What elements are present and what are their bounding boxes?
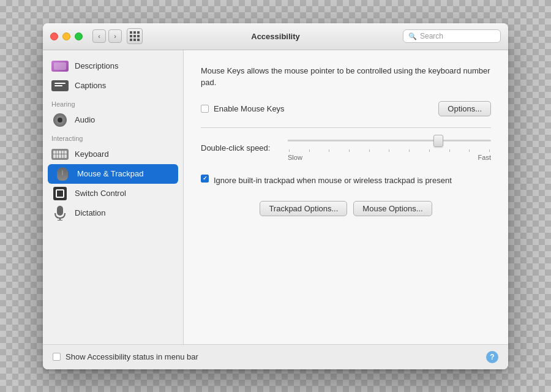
- show-accessibility-checkbox[interactable]: [53, 353, 61, 361]
- enable-mouse-keys-row: Enable Mouse Keys Options...: [201, 101, 491, 116]
- sidebar-label-dictation: Dictation: [75, 208, 106, 217]
- sidebar-label-mouse-trackpad: Mouse & Trackpad: [77, 169, 143, 178]
- back-button[interactable]: ‹: [92, 29, 106, 43]
- apps-grid-button[interactable]: [127, 28, 143, 44]
- enable-mouse-keys-checkbox[interactable]: [201, 105, 209, 113]
- sidebar-section-interacting: Interacting: [43, 130, 183, 145]
- search-box[interactable]: 🔍 Search: [403, 29, 501, 43]
- traffic-lights: [50, 32, 83, 40]
- descriptions-icon: [51, 60, 69, 72]
- bottom-bar: Show Accessibility status in menu bar ?: [43, 344, 508, 369]
- slider-line: [288, 140, 491, 141]
- forward-button[interactable]: ›: [108, 29, 122, 43]
- main-content: Descriptions Captions Hearing: [43, 50, 508, 344]
- main-description: Mouse Keys allows the mouse pointer to b…: [201, 65, 491, 89]
- ignore-trackpad-checkbox[interactable]: [201, 175, 209, 183]
- search-input[interactable]: Search: [420, 32, 495, 40]
- sidebar-label-audio: Audio: [75, 115, 95, 124]
- back-icon: ‹: [98, 32, 100, 40]
- apps-grid-icon: [130, 31, 140, 41]
- mouse-options-button[interactable]: Mouse Options...: [353, 201, 432, 216]
- sidebar-item-captions[interactable]: Captions: [43, 76, 183, 96]
- slider-fill: [288, 140, 440, 141]
- options-button[interactable]: Options...: [438, 101, 491, 116]
- sidebar-label-switch-control: Switch Control: [75, 189, 126, 198]
- double-click-speed-label: Double-click speed:: [201, 143, 280, 153]
- window-title: Accessibility: [251, 32, 300, 41]
- sidebar-item-descriptions[interactable]: Descriptions: [43, 56, 183, 76]
- captions-icon: [51, 80, 69, 92]
- sidebar-item-mouse-trackpad[interactable]: Mouse & Trackpad: [48, 164, 178, 184]
- sidebar-item-keyboard[interactable]: Keyboard: [43, 145, 183, 164]
- titlebar-nav: ‹ ›: [92, 28, 143, 44]
- double-click-speed-row: Double-click speed: Slow: [201, 135, 491, 161]
- minimize-button[interactable]: [62, 32, 70, 40]
- close-button[interactable]: [50, 32, 58, 40]
- help-button[interactable]: ?: [486, 351, 498, 363]
- search-icon: 🔍: [408, 32, 417, 40]
- keyboard-icon: [51, 148, 69, 160]
- bottom-buttons: Trackpad Options... Mouse Options...: [201, 201, 491, 216]
- sidebar-item-switch-control[interactable]: Switch Control: [43, 184, 183, 203]
- show-accessibility-label: Show Accessibility status in menu bar: [66, 352, 198, 361]
- sidebar-section-hearing: Hearing: [43, 96, 183, 110]
- slider-slow-label: Slow: [288, 154, 302, 161]
- double-click-speed-slider[interactable]: [288, 135, 491, 146]
- sidebar-item-dictation[interactable]: Dictation: [43, 203, 183, 223]
- slider-thumb[interactable]: [433, 135, 443, 147]
- enable-mouse-keys-label: Enable Mouse Keys: [214, 104, 285, 113]
- sidebar-label-captions: Captions: [75, 81, 106, 90]
- sidebar-label-descriptions: Descriptions: [75, 61, 119, 70]
- ignore-trackpad-row: Ignore built-in trackpad when mouse or w…: [201, 175, 491, 187]
- sidebar-label-keyboard: Keyboard: [75, 149, 109, 159]
- sidebar: Descriptions Captions Hearing: [43, 50, 184, 344]
- enable-mouse-keys-wrapper: Enable Mouse Keys: [201, 104, 438, 113]
- titlebar: ‹ › Accessibility 🔍 Search: [43, 23, 508, 50]
- slider-labels: Slow Fast: [288, 154, 491, 161]
- forward-icon: ›: [114, 32, 116, 40]
- slider-container: Slow Fast: [288, 135, 491, 161]
- svg-rect-0: [57, 206, 63, 216]
- audio-icon: [51, 114, 69, 126]
- slider-ticks: [288, 149, 491, 152]
- show-accessibility-row: Show Accessibility status in menu bar: [53, 352, 198, 361]
- accessibility-window: ‹ › Accessibility 🔍 Search: [43, 23, 508, 369]
- maximize-button[interactable]: [75, 32, 83, 40]
- sidebar-item-audio[interactable]: Audio: [43, 110, 183, 130]
- mouse-icon: [54, 168, 71, 180]
- dictation-icon: [51, 207, 69, 219]
- right-panel: Mouse Keys allows the mouse pointer to b…: [184, 50, 508, 344]
- slider-fast-label: Fast: [478, 154, 491, 161]
- switch-control-icon: [51, 187, 69, 200]
- ignore-trackpad-label: Ignore built-in trackpad when mouse or w…: [214, 175, 452, 187]
- trackpad-options-button[interactable]: Trackpad Options...: [260, 201, 347, 216]
- divider1: [201, 127, 491, 128]
